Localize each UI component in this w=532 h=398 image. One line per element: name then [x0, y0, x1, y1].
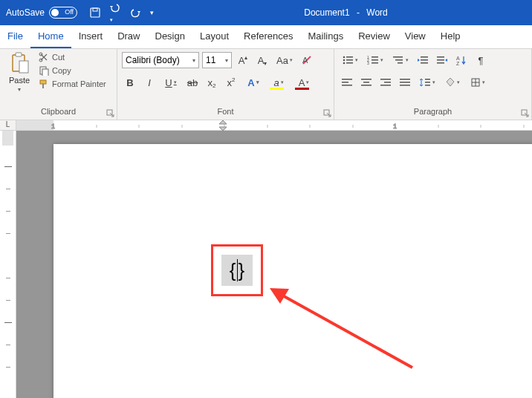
tab-view[interactable]: View [398, 25, 433, 48]
svg-rect-3 [16, 53, 22, 56]
svg-rect-25 [372, 62, 378, 64]
tab-references[interactable]: References [236, 25, 300, 48]
svg-rect-30 [421, 59, 428, 61]
vertical-ruler[interactable] [0, 131, 16, 398]
svg-rect-32 [437, 56, 444, 58]
horizontal-ruler[interactable]: 1 1 [16, 120, 532, 131]
grow-font-button[interactable]: A▴ [235, 52, 251, 68]
svg-rect-1 [93, 8, 97, 11]
svg-rect-33 [437, 59, 444, 61]
svg-rect-28 [398, 62, 403, 64]
show-marks-button[interactable]: ¶ [473, 52, 489, 68]
group-label-clipboard: Clipboard [4, 106, 112, 118]
tab-design[interactable]: Design [148, 25, 192, 48]
tab-review[interactable]: Review [351, 25, 398, 48]
align-center-button[interactable] [358, 74, 374, 91]
tab-mailings[interactable]: Mailings [301, 25, 351, 48]
svg-rect-34 [437, 62, 444, 64]
font-name-select[interactable]: Calibri (Body)▾ [122, 52, 199, 68]
svg-rect-41 [363, 82, 369, 83]
line-spacing-button[interactable]: ▾ [416, 74, 438, 91]
align-left-button[interactable] [339, 74, 355, 91]
svg-rect-46 [400, 79, 410, 80]
superscript-button[interactable]: x2 [223, 74, 239, 91]
change-case-button[interactable]: Aa▾ [273, 52, 296, 68]
clipboard-launcher[interactable] [106, 109, 115, 118]
svg-rect-19 [346, 62, 353, 64]
svg-rect-38 [342, 82, 348, 83]
multilevel-list-button[interactable]: ▾ [389, 52, 412, 68]
tab-home[interactable]: Home [30, 25, 71, 48]
svg-text:A: A [302, 56, 308, 65]
undo-icon[interactable]: ▾ [108, 1, 123, 24]
sort-button[interactable]: AZ [453, 52, 470, 68]
ruler-mark: 1 [51, 123, 55, 130]
svg-rect-29 [421, 56, 428, 58]
qat-more-icon[interactable]: ▾ [150, 9, 154, 16]
autosave-label: AutoSave [6, 7, 45, 18]
svg-rect-37 [342, 79, 352, 80]
svg-rect-49 [425, 79, 430, 80]
brace-left: { [230, 259, 236, 282]
tab-file[interactable]: File [0, 25, 30, 48]
title-separator: - [357, 7, 360, 18]
redo-icon[interactable] [131, 7, 143, 19]
text-effects-button[interactable]: A▾ [242, 74, 265, 91]
copy-icon [39, 65, 49, 76]
field-code[interactable]: { } [221, 255, 253, 286]
ruler-corner[interactable]: L [0, 120, 16, 131]
save-icon[interactable] [89, 7, 101, 19]
align-right-button[interactable] [377, 74, 394, 91]
svg-rect-48 [400, 85, 410, 86]
svg-rect-39 [342, 85, 352, 86]
strikethrough-button[interactable]: ab [184, 74, 201, 91]
italic-button[interactable]: I [141, 74, 158, 91]
field-code-highlight: { } [211, 244, 263, 296]
group-label-paragraph: Paragraph [339, 106, 527, 118]
svg-rect-42 [361, 85, 372, 86]
svg-rect-0 [91, 8, 100, 17]
copy-button[interactable]: Copy [39, 65, 106, 76]
tab-draw[interactable]: Draw [110, 25, 147, 48]
justify-button[interactable] [397, 74, 413, 91]
svg-line-69 [279, 293, 412, 368]
shrink-font-button[interactable]: A▾ [254, 52, 270, 68]
cut-button[interactable]: Cut [39, 52, 106, 62]
paste-button[interactable]: Paste ▾ [4, 52, 34, 93]
svg-rect-23 [372, 59, 378, 61]
paragraph-launcher[interactable] [521, 109, 530, 118]
format-painter-button[interactable]: Format Painter [39, 79, 106, 89]
svg-rect-4 [19, 61, 28, 73]
tab-help[interactable]: Help [433, 25, 468, 48]
ribbon: Paste ▾ Cut Copy Format Painter Clipboar… [0, 49, 532, 120]
text-cursor [237, 259, 238, 281]
underline-button[interactable]: U▾ [160, 74, 181, 91]
numbering-button[interactable]: 123▾ [364, 52, 386, 68]
svg-rect-10 [42, 84, 44, 88]
chevron-down-icon: ▾ [192, 57, 195, 64]
borders-button[interactable]: ▾ [467, 74, 489, 91]
svg-rect-27 [395, 59, 403, 61]
document-name: Document1 [304, 7, 349, 18]
svg-text:Z: Z [456, 61, 460, 65]
increase-indent-button[interactable] [434, 52, 450, 68]
svg-rect-17 [346, 59, 353, 61]
font-color-button[interactable]: A▾ [293, 74, 315, 91]
tab-layout[interactable]: Layout [192, 25, 236, 48]
bullets-button[interactable]: ▾ [339, 52, 361, 68]
subscript-button[interactable]: x2 [204, 74, 220, 91]
clear-formatting-button[interactable]: A [299, 52, 315, 68]
decrease-indent-button[interactable] [415, 52, 431, 68]
svg-rect-45 [380, 85, 391, 86]
tab-insert[interactable]: Insert [71, 25, 111, 48]
autosave-toggle[interactable]: Off [49, 7, 77, 19]
font-size-select[interactable]: 11▾ [202, 52, 232, 68]
font-launcher[interactable] [323, 109, 332, 118]
svg-rect-31 [421, 62, 428, 64]
paintbrush-icon [39, 79, 49, 89]
bold-button[interactable]: B [122, 74, 138, 91]
svg-rect-8 [42, 69, 48, 76]
shading-button[interactable]: ▾ [441, 74, 464, 91]
highlight-button[interactable]: a▾ [267, 74, 290, 91]
scissors-icon [39, 52, 49, 62]
